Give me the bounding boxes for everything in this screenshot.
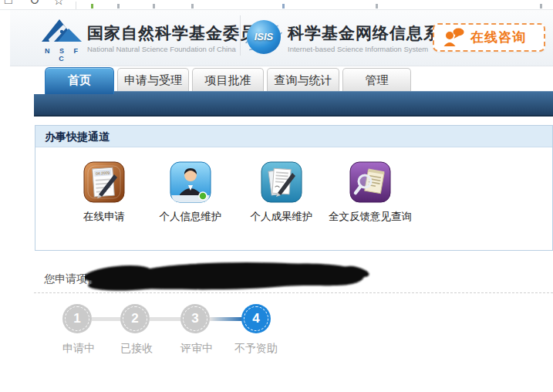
- step-connector-1-2: [92, 317, 121, 321]
- quick-item-label: 在线申请: [59, 210, 149, 224]
- step-connector-3-4: [210, 317, 242, 321]
- step-circle-under-review: 3: [180, 304, 210, 333]
- url-text-fragment: [540, 4, 542, 8]
- quick-channel-title: 办事快捷通道: [35, 126, 552, 147]
- step-connector-2-3: [150, 317, 181, 321]
- tab-management[interactable]: 管理: [342, 68, 411, 91]
- step-circle-applying: 1: [62, 304, 92, 333]
- browser-chrome-strip: □ ↻ ☆: [0, 0, 553, 10]
- quick-item-personal-info[interactable]: 个人信息维护: [146, 161, 235, 224]
- isis-brand-text: 科学基金网络信息系统 Internet-based Science Inform…: [288, 24, 457, 53]
- isis-subtitle: Internet-based Science Information Syste…: [288, 45, 457, 53]
- achievements-icon: [261, 161, 302, 203]
- nsfc-logo: N S F C: [41, 19, 83, 63]
- quick-item-label: 个人信息维护: [146, 210, 235, 224]
- step-label-received: 已接收: [104, 342, 169, 356]
- quick-item-online-apply[interactable]: 04.2009 在线申请: [59, 161, 149, 224]
- online-apply-icon: 04.2009: [83, 161, 125, 203]
- window-icon[interactable]: □: [5, 0, 12, 7]
- svg-text:04.2009: 04.2009: [96, 170, 110, 175]
- consult-button-label: 在线咨询: [470, 29, 526, 46]
- quick-item-label: 个人成果维护: [237, 210, 326, 224]
- quick-item-feedback-query[interactable]: 全文反馈意见查询: [325, 161, 415, 224]
- refresh-icon[interactable]: ↻: [29, 0, 39, 8]
- bookmark-star-icon[interactable]: ☆: [53, 0, 64, 8]
- step-label-applying: 申请中: [46, 342, 111, 356]
- url-text-fragment: [282, 4, 285, 8]
- isis-title: 科学基金网络信息系统: [288, 24, 457, 42]
- tab-query-statistics[interactable]: 查询与统计: [267, 68, 339, 91]
- url-text-fragment: [153, 4, 155, 8]
- quick-item-label: 全文反馈意见查询: [325, 210, 415, 224]
- personal-info-icon: [170, 161, 211, 203]
- url-text-fragment: [191, 4, 194, 8]
- header-divider: [240, 15, 241, 56]
- step-label-under-review: 评审中: [164, 342, 229, 356]
- url-text-fragment: [376, 4, 378, 8]
- url-text-fragment: [117, 4, 120, 8]
- tab-home[interactable]: 首页: [45, 67, 114, 94]
- tab-project-approval[interactable]: 项目批准: [192, 68, 264, 91]
- tab-apply-accept[interactable]: 申请与受理: [117, 68, 189, 91]
- quick-item-achievements[interactable]: 个人成果维护: [237, 161, 326, 224]
- quick-channel-section: 办事快捷通道 04.2009: [35, 125, 553, 251]
- step-label-not-funded: 不予资助: [224, 342, 288, 356]
- feedback-search-icon: [349, 161, 391, 203]
- nsfc-acronym: N S F C: [41, 47, 83, 63]
- nav-bar-notch: [34, 90, 45, 94]
- online-consult-button[interactable]: 在线咨询: [433, 23, 545, 52]
- step-circle-received: 2: [120, 304, 150, 333]
- redaction-scribble: [85, 260, 372, 294]
- step-circle-not-funded: 4: [241, 304, 271, 333]
- isis-globe-icon: ISIS: [247, 20, 281, 54]
- site-header: N S F C 国家自然科学基金委员会 National Natural Sci…: [10, 10, 553, 66]
- mountain-icon: [41, 19, 83, 43]
- nsfc-title: 国家自然科学基金委员会: [87, 24, 274, 42]
- nav-bar: [34, 91, 553, 117]
- url-text-fragment: [91, 4, 93, 8]
- consult-person-icon: [443, 27, 464, 49]
- toolbar-divider: [76, 2, 76, 10]
- page: □ ↻ ☆ N S F C 国家自然科学基金委员会 National Natur…: [0, 0, 553, 392]
